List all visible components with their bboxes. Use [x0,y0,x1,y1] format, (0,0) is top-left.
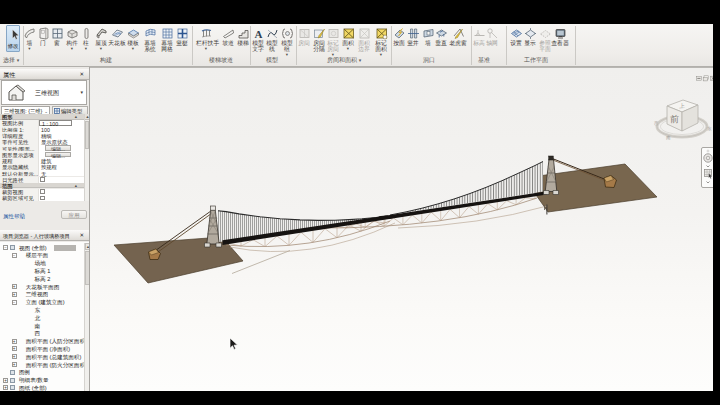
svg-text:A: A [254,28,262,40]
svg-text:西: 西 [654,120,659,126]
svg-text:东: 东 [707,126,712,131]
svg-text:南: 南 [666,135,671,140]
svg-text:前: 前 [670,114,679,125]
svg-text:上: 上 [678,103,685,109]
